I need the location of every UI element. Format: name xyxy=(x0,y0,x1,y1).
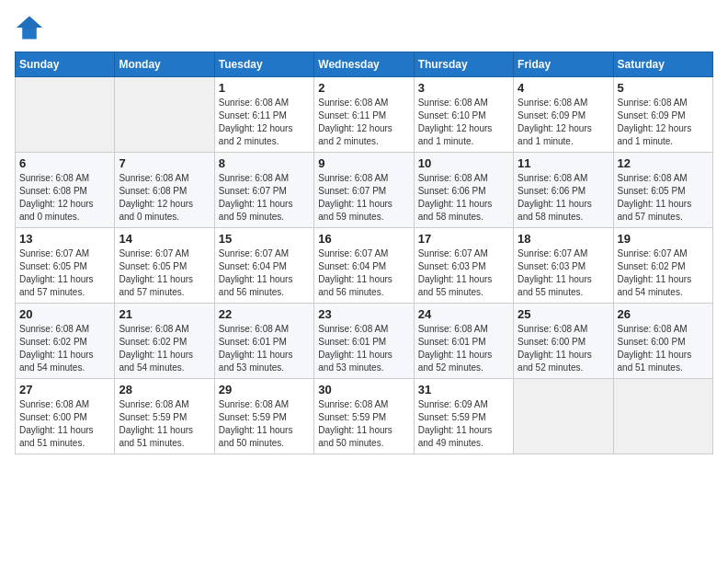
day-info: Sunrise: 6:08 AM Sunset: 6:07 PM Dayligh… xyxy=(219,172,310,224)
day-number: 17 xyxy=(418,232,509,246)
calendar-week-0: 1Sunrise: 6:08 AM Sunset: 6:11 PM Daylig… xyxy=(16,77,713,153)
day-number: 25 xyxy=(518,307,609,321)
calendar-cell: 23Sunrise: 6:08 AM Sunset: 6:01 PM Dayli… xyxy=(314,304,414,379)
header-saturday: Saturday xyxy=(613,52,712,77)
day-info: Sunrise: 6:09 AM Sunset: 5:59 PM Dayligh… xyxy=(418,398,509,450)
day-number: 14 xyxy=(119,232,210,246)
day-number: 19 xyxy=(618,232,709,246)
calendar-cell xyxy=(115,77,214,153)
calendar-cell: 11Sunrise: 6:08 AM Sunset: 6:06 PM Dayli… xyxy=(514,153,613,228)
day-info: Sunrise: 6:08 AM Sunset: 6:11 PM Dayligh… xyxy=(318,97,409,148)
calendar-cell: 14Sunrise: 6:07 AM Sunset: 6:05 PM Dayli… xyxy=(115,228,214,304)
calendar-week-4: 27Sunrise: 6:08 AM Sunset: 6:00 PM Dayli… xyxy=(16,379,713,454)
calendar-body: 1Sunrise: 6:08 AM Sunset: 6:11 PM Daylig… xyxy=(16,77,713,454)
day-number: 10 xyxy=(418,156,509,170)
day-info: Sunrise: 6:08 AM Sunset: 6:06 PM Dayligh… xyxy=(418,172,509,224)
calendar-cell: 21Sunrise: 6:08 AM Sunset: 6:02 PM Dayli… xyxy=(115,304,214,379)
day-info: Sunrise: 6:08 AM Sunset: 6:07 PM Dayligh… xyxy=(318,172,409,224)
day-info: Sunrise: 6:08 AM Sunset: 6:11 PM Dayligh… xyxy=(219,97,310,148)
day-number: 26 xyxy=(618,307,709,321)
calendar-cell: 26Sunrise: 6:08 AM Sunset: 6:00 PM Dayli… xyxy=(613,304,712,379)
calendar-cell: 15Sunrise: 6:07 AM Sunset: 6:04 PM Dayli… xyxy=(214,228,313,304)
logo-icon xyxy=(15,15,44,40)
day-number: 13 xyxy=(19,232,110,246)
day-number: 28 xyxy=(119,383,210,396)
day-info: Sunrise: 6:08 AM Sunset: 6:02 PM Dayligh… xyxy=(119,323,210,374)
header-sunday: Sunday xyxy=(16,52,115,77)
day-info: Sunrise: 6:08 AM Sunset: 6:01 PM Dayligh… xyxy=(418,323,509,374)
day-info: Sunrise: 6:08 AM Sunset: 6:00 PM Dayligh… xyxy=(518,323,609,374)
calendar-cell: 29Sunrise: 6:08 AM Sunset: 5:59 PM Dayli… xyxy=(214,379,313,454)
calendar-cell: 30Sunrise: 6:08 AM Sunset: 5:59 PM Dayli… xyxy=(314,379,414,454)
calendar-cell: 10Sunrise: 6:08 AM Sunset: 6:06 PM Dayli… xyxy=(414,153,513,228)
calendar-header-row: SundayMondayTuesdayWednesdayThursdayFrid… xyxy=(16,52,713,77)
header-tuesday: Tuesday xyxy=(214,52,313,77)
day-info: Sunrise: 6:08 AM Sunset: 6:01 PM Dayligh… xyxy=(219,323,310,374)
day-number: 23 xyxy=(318,307,409,321)
day-number: 9 xyxy=(318,156,409,170)
day-info: Sunrise: 6:08 AM Sunset: 6:08 PM Dayligh… xyxy=(19,172,110,224)
day-info: Sunrise: 6:07 AM Sunset: 6:03 PM Dayligh… xyxy=(518,247,609,299)
day-number: 18 xyxy=(518,232,609,246)
header-wednesday: Wednesday xyxy=(314,52,414,77)
day-info: Sunrise: 6:08 AM Sunset: 5:59 PM Dayligh… xyxy=(119,398,210,450)
calendar-cell: 24Sunrise: 6:08 AM Sunset: 6:01 PM Dayli… xyxy=(414,304,513,379)
calendar-cell xyxy=(613,379,712,454)
calendar-week-1: 6Sunrise: 6:08 AM Sunset: 6:08 PM Daylig… xyxy=(16,153,713,228)
calendar-cell: 17Sunrise: 6:07 AM Sunset: 6:03 PM Dayli… xyxy=(414,228,513,304)
calendar-cell: 3Sunrise: 6:08 AM Sunset: 6:10 PM Daylig… xyxy=(414,77,513,153)
day-info: Sunrise: 6:07 AM Sunset: 6:04 PM Dayligh… xyxy=(219,247,310,299)
day-info: Sunrise: 6:08 AM Sunset: 5:59 PM Dayligh… xyxy=(219,398,310,450)
calendar-cell: 1Sunrise: 6:08 AM Sunset: 6:11 PM Daylig… xyxy=(214,77,313,153)
header-monday: Monday xyxy=(115,52,214,77)
day-number: 6 xyxy=(19,156,110,170)
day-number: 22 xyxy=(219,307,310,321)
day-info: Sunrise: 6:07 AM Sunset: 6:04 PM Dayligh… xyxy=(318,247,409,299)
day-number: 31 xyxy=(418,383,509,396)
day-info: Sunrise: 6:08 AM Sunset: 6:10 PM Dayligh… xyxy=(418,97,509,148)
day-number: 7 xyxy=(119,156,210,170)
calendar-cell: 31Sunrise: 6:09 AM Sunset: 5:59 PM Dayli… xyxy=(414,379,513,454)
day-info: Sunrise: 6:08 AM Sunset: 5:59 PM Dayligh… xyxy=(318,398,409,450)
day-info: Sunrise: 6:08 AM Sunset: 6:02 PM Dayligh… xyxy=(19,323,110,374)
calendar-cell: 7Sunrise: 6:08 AM Sunset: 6:08 PM Daylig… xyxy=(115,153,214,228)
day-info: Sunrise: 6:08 AM Sunset: 6:00 PM Dayligh… xyxy=(19,398,110,450)
calendar-cell: 28Sunrise: 6:08 AM Sunset: 5:59 PM Dayli… xyxy=(115,379,214,454)
day-number: 4 xyxy=(518,81,609,95)
day-info: Sunrise: 6:08 AM Sunset: 6:08 PM Dayligh… xyxy=(119,172,210,224)
day-info: Sunrise: 6:07 AM Sunset: 6:03 PM Dayligh… xyxy=(418,247,509,299)
calendar-cell: 25Sunrise: 6:08 AM Sunset: 6:00 PM Dayli… xyxy=(514,304,613,379)
day-info: Sunrise: 6:08 AM Sunset: 6:09 PM Dayligh… xyxy=(518,97,609,148)
header-thursday: Thursday xyxy=(414,52,513,77)
day-number: 5 xyxy=(618,81,709,95)
calendar-cell: 4Sunrise: 6:08 AM Sunset: 6:09 PM Daylig… xyxy=(514,77,613,153)
calendar-cell: 8Sunrise: 6:08 AM Sunset: 6:07 PM Daylig… xyxy=(214,153,313,228)
day-number: 11 xyxy=(518,156,609,170)
day-number: 1 xyxy=(219,81,310,95)
day-info: Sunrise: 6:08 AM Sunset: 6:01 PM Dayligh… xyxy=(318,323,409,374)
calendar-cell: 19Sunrise: 6:07 AM Sunset: 6:02 PM Dayli… xyxy=(613,228,712,304)
calendar-table: SundayMondayTuesdayWednesdayThursdayFrid… xyxy=(15,52,713,454)
day-info: Sunrise: 6:08 AM Sunset: 6:09 PM Dayligh… xyxy=(618,97,709,148)
calendar-cell: 5Sunrise: 6:08 AM Sunset: 6:09 PM Daylig… xyxy=(613,77,712,153)
page-header xyxy=(15,15,713,40)
calendar-week-2: 13Sunrise: 6:07 AM Sunset: 6:05 PM Dayli… xyxy=(16,228,713,304)
svg-marker-1 xyxy=(17,17,42,29)
day-number: 29 xyxy=(219,383,310,396)
calendar-cell: 13Sunrise: 6:07 AM Sunset: 6:05 PM Dayli… xyxy=(16,228,115,304)
calendar-cell: 16Sunrise: 6:07 AM Sunset: 6:04 PM Dayli… xyxy=(314,228,414,304)
day-number: 16 xyxy=(318,232,409,246)
day-number: 2 xyxy=(318,81,409,95)
day-number: 21 xyxy=(119,307,210,321)
day-number: 20 xyxy=(19,307,110,321)
day-number: 30 xyxy=(318,383,409,396)
day-number: 8 xyxy=(219,156,310,170)
day-info: Sunrise: 6:08 AM Sunset: 6:06 PM Dayligh… xyxy=(518,172,609,224)
day-number: 15 xyxy=(219,232,310,246)
calendar-cell: 2Sunrise: 6:08 AM Sunset: 6:11 PM Daylig… xyxy=(314,77,414,153)
header-friday: Friday xyxy=(514,52,613,77)
calendar-cell: 12Sunrise: 6:08 AM Sunset: 6:05 PM Dayli… xyxy=(613,153,712,228)
calendar-cell: 9Sunrise: 6:08 AM Sunset: 6:07 PM Daylig… xyxy=(314,153,414,228)
day-info: Sunrise: 6:08 AM Sunset: 6:00 PM Dayligh… xyxy=(618,323,709,374)
day-info: Sunrise: 6:07 AM Sunset: 6:05 PM Dayligh… xyxy=(119,247,210,299)
